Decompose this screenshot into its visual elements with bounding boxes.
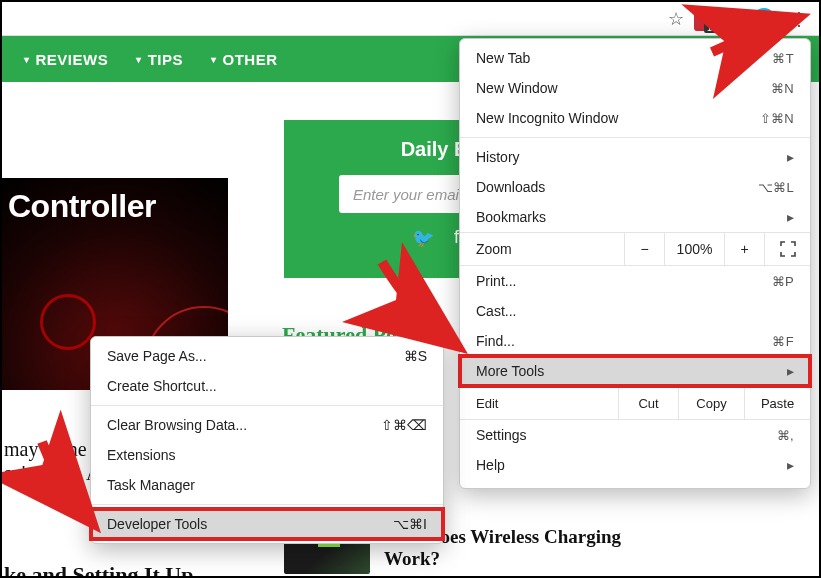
submenu-extensions[interactable]: Extensions: [91, 440, 443, 470]
profile-avatar[interactable]: [753, 8, 775, 30]
menu-print[interactable]: Print... ⌘P: [460, 266, 810, 296]
menu-zoom-row: Zoom − 100% +: [460, 232, 810, 266]
menu-label: Find...: [476, 333, 515, 349]
menu-history[interactable]: History ▸: [460, 142, 810, 172]
hero-title: Controller: [2, 178, 228, 225]
article-title-line2: Work?: [384, 548, 621, 570]
menu-bookmarks[interactable]: Bookmarks ▸: [460, 202, 810, 232]
menu-help[interactable]: Help ▸: [460, 450, 810, 480]
chevron-down-icon: ▾: [24, 54, 30, 65]
decorative-ring: [40, 294, 96, 350]
chrome-main-menu: New Tab ⌘T New Window ⌘N New Incognito W…: [459, 38, 811, 489]
submenu-create-shortcut[interactable]: Create Shortcut...: [91, 371, 443, 401]
menu-label: Print...: [476, 273, 516, 289]
menu-label: More Tools: [476, 363, 544, 379]
menu-shortcut: ⌘,: [777, 428, 794, 443]
menu-label: New Incognito Window: [476, 110, 618, 126]
menu-label: Save Page As...: [107, 348, 207, 364]
menu-settings[interactable]: Settings ⌘,: [460, 420, 810, 450]
menu-find[interactable]: Find... ⌘F: [460, 326, 810, 356]
nav-label: TIPS: [148, 51, 183, 68]
submenu-arrow-icon: ▸: [787, 457, 794, 473]
menu-separator: [91, 405, 443, 406]
fullscreen-button[interactable]: [764, 233, 810, 265]
submenu-arrow-icon: ▸: [787, 209, 794, 225]
submenu-save-page[interactable]: Save Page As... ⌘S: [91, 341, 443, 371]
menu-label: Developer Tools: [107, 516, 207, 532]
menu-cast[interactable]: Cast...: [460, 296, 810, 326]
article-text-fragment: ke and Setting It Up: [4, 562, 193, 578]
article-text-fragment: sn't work. A: [4, 462, 100, 485]
nav-label: REVIEWS: [36, 51, 109, 68]
menu-label: Settings: [476, 427, 527, 443]
chrome-menu-button[interactable]: ⋮: [785, 5, 813, 33]
menu-label: History: [476, 149, 520, 165]
submenu-developer-tools[interactable]: Developer Tools ⌥⌘I: [91, 509, 443, 539]
vertical-dots-icon: ⋮: [790, 17, 808, 21]
submenu-arrow-icon: ▸: [787, 363, 794, 379]
menu-shortcut: ⇧⌘⌫: [381, 417, 427, 433]
edit-cut-button[interactable]: Cut: [618, 387, 678, 419]
nav-label: OTHER: [223, 51, 278, 68]
menu-label: Bookmarks: [476, 209, 546, 225]
submenu-task-manager[interactable]: Task Manager: [91, 470, 443, 500]
menu-label: Cast...: [476, 303, 516, 319]
menu-shortcut: ⌘F: [772, 334, 794, 349]
menu-label: Create Shortcut...: [107, 378, 217, 394]
zoom-value: 100%: [664, 233, 724, 265]
more-tools-submenu: Save Page As... ⌘S Create Shortcut... Cl…: [90, 336, 444, 544]
email-placeholder: Enter your email: [353, 186, 462, 203]
menu-shortcut: ⌘P: [772, 274, 794, 289]
menu-edit-row: Edit Cut Copy Paste: [460, 386, 810, 420]
menu-new-incognito[interactable]: New Incognito Window ⇧⌘N: [460, 103, 810, 133]
submenu-arrow-icon: ▸: [787, 149, 794, 165]
menu-downloads[interactable]: Downloads ⌥⌘L: [460, 172, 810, 202]
menu-label: Task Manager: [107, 477, 195, 493]
menu-shortcut: ⌥⌘I: [393, 516, 427, 532]
menu-more-tools[interactable]: More Tools ▸: [460, 356, 810, 386]
menu-new-tab[interactable]: New Tab ⌘T: [460, 43, 810, 73]
menu-label: New Window: [476, 80, 558, 96]
nav-item-reviews[interactable]: ▾ REVIEWS: [24, 51, 108, 68]
menu-label: Help: [476, 457, 505, 473]
bookmark-star-icon[interactable]: ☆: [668, 8, 684, 30]
article-text-fragment: may come: [4, 438, 87, 461]
submenu-clear-browsing[interactable]: Clear Browsing Data... ⇧⌘⌫: [91, 410, 443, 440]
menu-label: Extensions: [107, 447, 175, 463]
browser-toolbar: ☆ ✦ ⋮: [2, 2, 819, 36]
edit-paste-button[interactable]: Paste: [744, 387, 810, 419]
chevron-down-icon: ▾: [211, 54, 217, 65]
menu-label: New Tab: [476, 50, 530, 66]
edit-label: Edit: [476, 387, 618, 419]
extensions-puzzle-icon[interactable]: ✦: [728, 8, 743, 30]
extension-badge-icon[interactable]: [694, 7, 718, 31]
zoom-in-button[interactable]: +: [724, 233, 764, 265]
menu-shortcut: ⌥⌘L: [758, 180, 794, 195]
menu-shortcut: ⌘N: [771, 81, 794, 96]
menu-new-window[interactable]: New Window ⌘N: [460, 73, 810, 103]
chevron-down-icon: ▾: [136, 54, 142, 65]
menu-shortcut: ⌘S: [404, 348, 427, 364]
nav-item-tips[interactable]: ▾ TIPS: [136, 51, 183, 68]
menu-shortcut: ⌘T: [772, 51, 794, 66]
fullscreen-icon: [780, 241, 796, 257]
menu-separator: [460, 137, 810, 138]
menu-label: Clear Browsing Data...: [107, 417, 247, 433]
menu-separator: [91, 504, 443, 505]
zoom-label: Zoom: [476, 233, 624, 265]
menu-label: Downloads: [476, 179, 545, 195]
twitter-icon[interactable]: 🐦: [412, 227, 434, 249]
menu-shortcut: ⇧⌘N: [760, 111, 794, 126]
nav-item-other[interactable]: ▾ OTHER: [211, 51, 278, 68]
zoom-out-button[interactable]: −: [624, 233, 664, 265]
edit-copy-button[interactable]: Copy: [678, 387, 744, 419]
